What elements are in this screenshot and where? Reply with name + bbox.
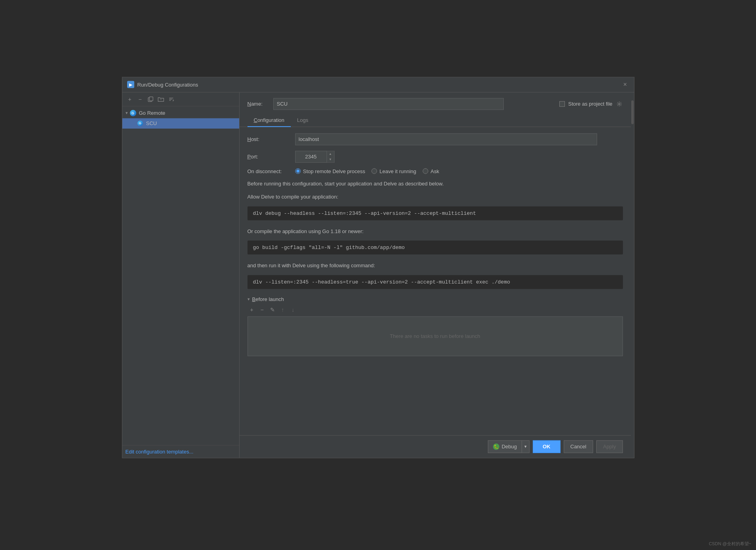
port-spinner-buttons: ▲ ▼: [327, 151, 334, 162]
sidebar-bottom: Edit configuration templates...: [122, 445, 239, 457]
debug-dropdown-button[interactable]: ▾: [522, 440, 530, 453]
scu-config-item[interactable]: G SCU: [122, 118, 239, 128]
host-label: Host:: [247, 136, 295, 142]
launch-up-button[interactable]: ↑: [278, 305, 287, 314]
launch-empty-area: There are no tasks to run before launch: [247, 316, 623, 356]
debug-button[interactable]: 🐛 Debug: [488, 440, 522, 453]
ok-button[interactable]: OK: [533, 440, 561, 453]
svg-point-3: [619, 103, 620, 104]
edit-templates-link[interactable]: Edit configuration templates...: [126, 448, 193, 454]
config-content: Host: Port: ▲ ▼: [240, 127, 631, 435]
name-row: Name: Store as project file: [240, 92, 631, 114]
tab-logs[interactable]: Logs: [291, 114, 315, 127]
radio-leave-circle: [371, 168, 377, 174]
launch-toolbar: + − ✎ ↑ ↓: [247, 305, 623, 314]
tabs-bar: Configuration Logs: [240, 114, 631, 127]
app-icon: ▶: [127, 81, 134, 88]
dialog-title: Run/Debug Configurations: [137, 81, 621, 87]
tab-configuration[interactable]: Configuration: [247, 114, 291, 127]
disconnect-radio-group: Stop remote Delve process Leave it runni…: [295, 168, 439, 174]
svg-rect-1: [149, 96, 153, 100]
radio-ask[interactable]: Ask: [423, 168, 439, 174]
radio-ask-circle: [423, 168, 428, 174]
vertical-scrollbar[interactable]: [631, 92, 634, 457]
copy-config-button[interactable]: [146, 95, 155, 103]
cancel-button[interactable]: Cancel: [564, 440, 593, 453]
go-remote-group-header[interactable]: ▾ G Go Remote: [122, 108, 239, 118]
on-disconnect-label: On disconnect:: [247, 168, 295, 174]
desc1: Before running this configuration, start…: [247, 179, 623, 187]
dialog-body: + − +: [122, 92, 634, 457]
sidebar-toolbar: + − +: [122, 92, 239, 106]
port-spinner: ▲ ▼: [295, 151, 334, 162]
radio-leave[interactable]: Leave it running: [371, 168, 416, 174]
go-remote-label: Go Remote: [139, 110, 165, 116]
code-block-3: dlv --listen=:2345 --headless=true --api…: [247, 275, 623, 289]
add-config-button[interactable]: +: [126, 95, 134, 103]
right-panel: Name: Store as project file: [240, 92, 631, 457]
radio-ask-label: Ask: [431, 168, 439, 174]
debug-button-label: Debug: [502, 444, 517, 450]
radio-leave-label: Leave it running: [379, 168, 416, 174]
sidebar-tree: ▾ G Go Remote G SCU: [122, 106, 239, 445]
expand-arrow-icon: ▾: [126, 110, 128, 116]
before-launch-header: ▾ Before launch: [247, 296, 623, 302]
before-launch-label: Before launch: [252, 296, 284, 302]
launch-add-button[interactable]: +: [247, 305, 256, 314]
launch-edit-button[interactable]: ✎: [268, 305, 277, 314]
right-panel-outer: Name: Store as project file: [240, 92, 634, 457]
launch-empty-message: There are no tasks to run before launch: [390, 333, 480, 339]
launch-remove-button[interactable]: −: [258, 305, 267, 314]
launch-down-button[interactable]: ↓: [289, 305, 298, 314]
port-label: Port:: [247, 154, 295, 160]
close-button[interactable]: ×: [621, 81, 629, 89]
debug-button-group: 🐛 Debug ▾: [488, 440, 530, 453]
before-launch-toggle-icon[interactable]: ▾: [247, 296, 250, 301]
remove-config-button[interactable]: −: [136, 95, 145, 103]
host-row: Host:: [247, 133, 623, 145]
store-project-checkbox[interactable]: [559, 101, 565, 106]
watermark: CSDN @全村的希望~: [709, 541, 751, 547]
new-folder-button[interactable]: +: [157, 95, 165, 103]
store-project-area: Store as project file: [559, 100, 623, 107]
scu-icon: G: [137, 120, 144, 127]
sidebar: + − +: [122, 92, 240, 457]
sort-button[interactable]: [167, 95, 176, 103]
scrollbar-thumb: [631, 100, 634, 124]
disconnect-row: On disconnect: Stop remote Delve process…: [247, 168, 623, 174]
go-remote-group: ▾ G Go Remote G SCU: [122, 108, 239, 128]
name-label: Name:: [247, 101, 269, 107]
code-block-1: dlv debug --headless --listen=:2345 --ap…: [247, 206, 623, 220]
apply-button[interactable]: Apply: [596, 440, 623, 453]
radio-stop-circle: [295, 168, 301, 174]
debug-bug-icon: 🐛: [493, 443, 499, 450]
scu-label: SCU: [146, 120, 157, 126]
radio-stop[interactable]: Stop remote Delve process: [295, 168, 365, 174]
host-input[interactable]: [295, 133, 597, 145]
store-project-label: Store as project file: [568, 101, 612, 107]
port-decrement-button[interactable]: ▼: [327, 156, 334, 162]
port-increment-button[interactable]: ▲: [327, 151, 334, 156]
name-input[interactable]: [273, 98, 504, 110]
go-remote-icon: G: [130, 109, 137, 116]
title-bar: ▶ Run/Debug Configurations ×: [122, 77, 634, 92]
radio-stop-label: Stop remote Delve process: [303, 168, 365, 174]
code-block-2: go build -gcflags "all=-N -l" github.com…: [247, 241, 623, 255]
desc4: and then run it with Delve using the fol…: [247, 262, 623, 270]
store-gear-icon[interactable]: [616, 100, 623, 107]
port-input[interactable]: [295, 151, 327, 162]
svg-text:+: +: [160, 98, 161, 100]
dialog-footer: 🐛 Debug ▾ OK Cancel Apply: [240, 435, 631, 457]
port-row: Port: ▲ ▼: [247, 151, 623, 162]
run-debug-dialog: ▶ Run/Debug Configurations × + −: [122, 77, 634, 458]
desc3: Or compile the application using Go 1.18…: [247, 227, 623, 235]
desc2: Allow Delve to compile your application:: [247, 193, 623, 201]
